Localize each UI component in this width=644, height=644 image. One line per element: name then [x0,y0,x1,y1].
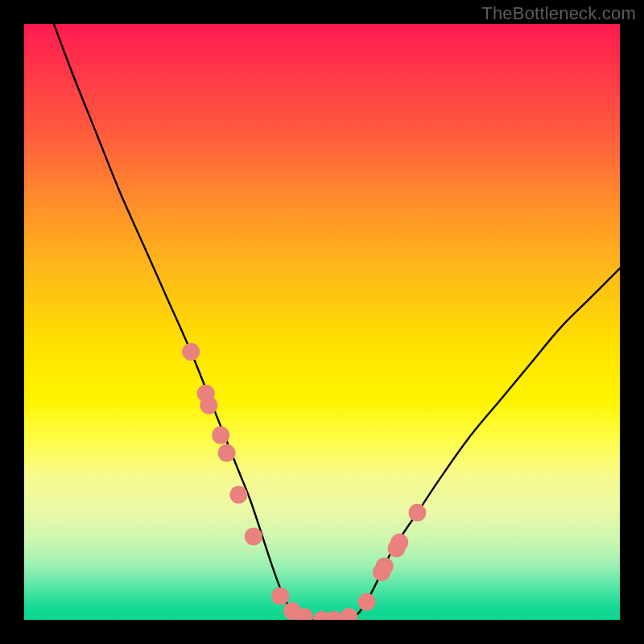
data-dot [358,593,376,611]
data-dot [340,608,357,620]
data-dot [271,587,289,605]
data-dot [245,527,262,545]
data-dot [229,486,247,504]
data-dots-group [182,343,426,620]
watermark-text: TheBottleneck.com [481,3,636,24]
plot-area [24,24,620,620]
bottleneck-curve [54,24,620,620]
data-dot [408,504,426,522]
chart-svg [24,24,620,620]
data-dot [200,397,217,415]
data-dot [376,557,394,575]
data-dot [212,427,229,444]
chart-frame: TheBottleneck.com [0,0,644,644]
data-dot [390,534,408,551]
data-dot [218,444,236,462]
data-dot [182,343,200,361]
